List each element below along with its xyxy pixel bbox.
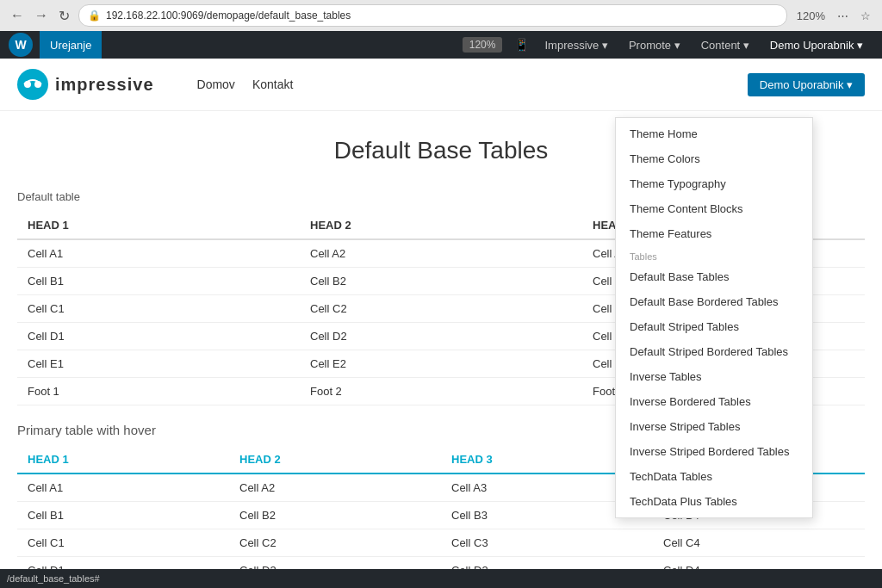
more-options-icon[interactable]: ⋯ bbox=[833, 8, 853, 24]
admin-edit-button[interactable]: Urejanje bbox=[40, 31, 102, 59]
header-right: Demo Uporabnik ▾ bbox=[748, 73, 865, 96]
site-logo: impressive bbox=[17, 69, 154, 100]
dropdown-default-base-tables[interactable]: Default Base Tables bbox=[616, 264, 812, 289]
default-col1-header: HEAD 1 bbox=[17, 212, 300, 239]
demo-user-menu[interactable]: Demo Uporabnik ▾ bbox=[760, 31, 873, 59]
promote-menu[interactable]: Promote ▾ bbox=[618, 31, 691, 59]
browser-address-bar: ← → ↻ 🔒 192.168.22.100:9069/demopage/def… bbox=[0, 0, 882, 31]
site-nav: Domov Kontakt bbox=[197, 77, 294, 91]
default-cell-2-1: Cell C2 bbox=[300, 295, 582, 323]
default-cell-0-0: Cell A1 bbox=[17, 239, 300, 268]
dropdown-theme-content-blocks[interactable]: Theme Content Blocks bbox=[616, 196, 812, 221]
admin-bar: W Urejanje 120% 📱 Impressive ▾ Promote ▾… bbox=[0, 31, 882, 59]
site-logo-text: impressive bbox=[55, 75, 154, 95]
default-cell-3-1: Cell D2 bbox=[300, 323, 582, 350]
forward-button[interactable]: → bbox=[31, 6, 52, 26]
address-text: 192.168.22.100:9069/demopage/default_bas… bbox=[106, 9, 351, 22]
dropdown-default-striped[interactable]: Default Striped Tables bbox=[616, 314, 812, 339]
primary-col2-header: HEAD 2 bbox=[229, 446, 441, 473]
primary-cell-0-0: Cell A1 bbox=[17, 473, 229, 502]
primary-cell-0-1: Cell A2 bbox=[229, 473, 441, 502]
default-foot-0: Foot 1 bbox=[17, 378, 300, 405]
nav-kontakt[interactable]: Kontakt bbox=[252, 77, 293, 91]
dropdown-theme-features[interactable]: Theme Features bbox=[616, 221, 812, 246]
primary-cell-1-1: Cell B2 bbox=[229, 502, 441, 529]
dropdown-default-striped-bordered[interactable]: Default Striped Bordered Tables bbox=[616, 339, 812, 364]
default-cell-1-1: Cell B2 bbox=[300, 268, 582, 295]
primary-cell-2-2: Cell C3 bbox=[441, 529, 653, 557]
bookmark-icon[interactable]: ☆ bbox=[856, 8, 875, 24]
wp-logo: W bbox=[9, 33, 33, 57]
primary-cell-2-3: Cell C4 bbox=[653, 529, 865, 557]
primary-cell-2-0: Cell C1 bbox=[17, 529, 229, 557]
back-button[interactable]: ← bbox=[7, 6, 28, 26]
site-header: impressive Domov Kontakt Demo Uporabnik … bbox=[0, 59, 882, 111]
dropdown-inverse-tables[interactable]: Inverse Tables bbox=[616, 364, 812, 389]
zoom-level[interactable]: 120% bbox=[792, 8, 829, 24]
status-bar-text: /default_base_tables# bbox=[7, 573, 100, 584]
table-row: Cell C1Cell C2Cell C3Cell C4 bbox=[17, 529, 865, 557]
impressive-menu[interactable]: Impressive ▾ bbox=[534, 31, 618, 59]
dropdown-inverse-bordered[interactable]: Inverse Bordered Tables bbox=[616, 389, 812, 414]
primary-cell-2-1: Cell C2 bbox=[229, 529, 441, 557]
default-col2-header: HEAD 2 bbox=[300, 212, 582, 239]
content-menu[interactable]: Content ▾ bbox=[691, 31, 760, 59]
default-cell-0-1: Cell A2 bbox=[300, 239, 582, 268]
default-cell-2-0: Cell C1 bbox=[17, 295, 300, 323]
impressive-dropdown: Theme Home Theme Colors Theme Typography… bbox=[615, 117, 813, 518]
default-cell-4-0: Cell E1 bbox=[17, 350, 300, 378]
default-cell-3-0: Cell D1 bbox=[17, 323, 300, 350]
dropdown-techdata-plus[interactable]: TechData Plus Tables bbox=[616, 489, 812, 514]
refresh-button[interactable]: ↻ bbox=[55, 6, 73, 26]
impressive-dropdown-menu: Theme Home Theme Colors Theme Typography… bbox=[615, 117, 813, 518]
demo-user-button[interactable]: Demo Uporabnik ▾ bbox=[748, 73, 865, 96]
address-input[interactable]: 🔒 192.168.22.100:9069/demopage/default_b… bbox=[78, 4, 787, 27]
default-cell-4-1: Cell E2 bbox=[300, 350, 582, 378]
admin-bar-right: 120% 📱 Impressive ▾ Promote ▾ Content ▾ … bbox=[463, 31, 873, 59]
dropdown-tables-section-label: Tables bbox=[616, 246, 812, 264]
zoom-indicator: 120% bbox=[463, 37, 503, 53]
dropdown-theme-colors[interactable]: Theme Colors bbox=[616, 146, 812, 171]
browser-right-controls: 120% ⋯ ☆ bbox=[792, 8, 875, 24]
default-cell-1-0: Cell B1 bbox=[17, 268, 300, 295]
primary-cell-1-0: Cell B1 bbox=[17, 502, 229, 529]
security-icon: 🔒 bbox=[88, 9, 101, 22]
nav-domov[interactable]: Domov bbox=[197, 77, 235, 91]
svg-point-0 bbox=[17, 69, 48, 100]
default-foot-1: Foot 2 bbox=[300, 378, 582, 405]
dropdown-default-base-bordered[interactable]: Default Base Bordered Tables bbox=[616, 289, 812, 314]
dropdown-techdata-tables[interactable]: TechData Tables bbox=[616, 464, 812, 489]
browser-nav-controls: ← → ↻ bbox=[7, 6, 73, 26]
primary-col1-header: HEAD 1 bbox=[17, 446, 229, 473]
device-preview-icon[interactable]: 📱 bbox=[509, 38, 534, 52]
impressive-logo-icon bbox=[17, 69, 48, 100]
dropdown-inverse-striped-bordered[interactable]: Inverse Striped Bordered Tables bbox=[616, 439, 812, 464]
status-bar: /default_base_tables# bbox=[0, 569, 882, 588]
dropdown-theme-home[interactable]: Theme Home bbox=[616, 121, 812, 146]
dropdown-theme-typography[interactable]: Theme Typography bbox=[616, 171, 812, 196]
dropdown-inverse-striped[interactable]: Inverse Striped Tables bbox=[616, 414, 812, 439]
